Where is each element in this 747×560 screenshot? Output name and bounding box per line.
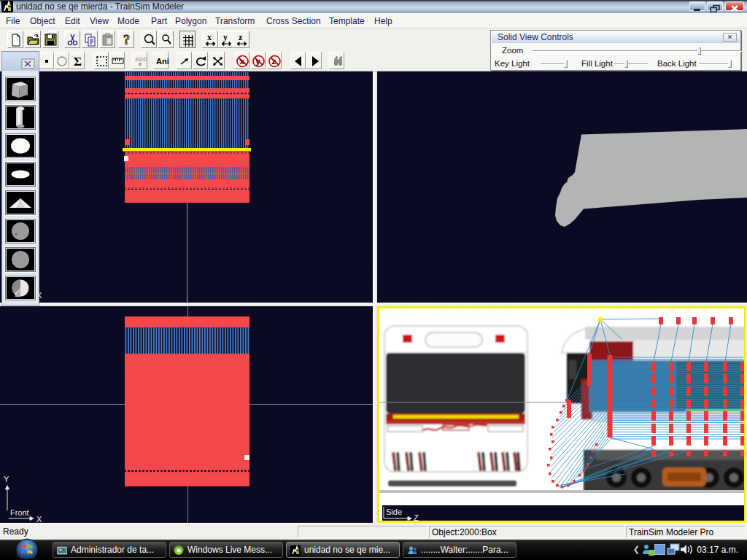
svg-text:?: ? (123, 33, 130, 47)
svg-text:x: x (207, 32, 212, 42)
svg-text:y: y (223, 32, 228, 42)
svg-text:Σ: Σ (74, 55, 82, 69)
svg-text:ADD: ADD (135, 56, 148, 63)
svg-text:Ani: Ani (156, 57, 169, 66)
svg-text:z: z (239, 32, 243, 42)
svg-text:Front: Front (10, 508, 29, 517)
svg-text:Y: Y (4, 475, 9, 483)
svg-text:Side: Side (386, 508, 402, 516)
svg-text:X: X (36, 515, 42, 523)
